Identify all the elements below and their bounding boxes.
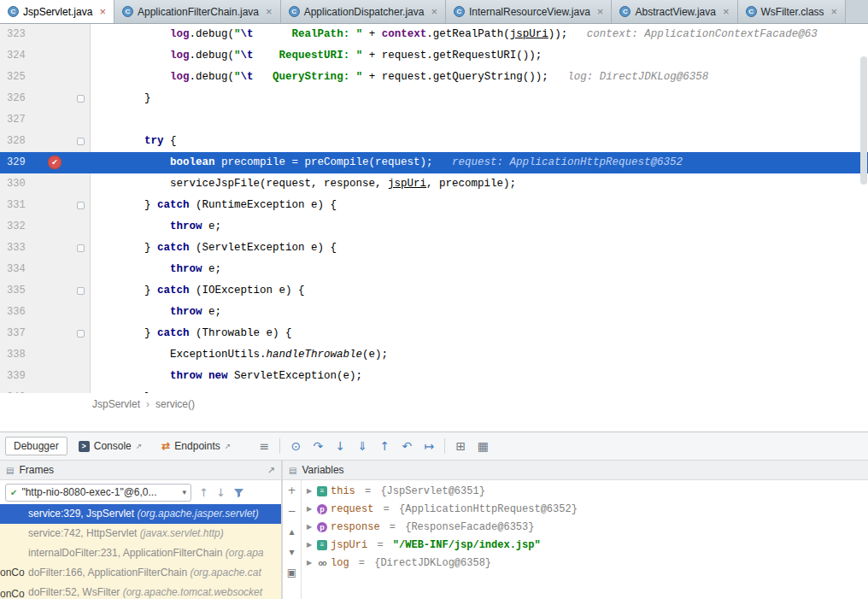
editor-gutter: 330 [0,173,91,195]
expand-arrow-icon[interactable]: ▶ [305,559,314,567]
breadcrumb-item-method[interactable]: service() [155,398,195,410]
close-tab-icon[interactable]: × [431,6,437,17]
editor-debug-splitter[interactable] [0,415,868,432]
fold-marker-icon[interactable] [77,202,85,209]
variable-row[interactable]: ▶presponse = {ResponseFacade@6353} [302,518,868,536]
line-number: 323 [7,24,26,45]
code-line[interactable]: 335 } catch (IOException e) { [0,280,868,302]
next-frame-icon[interactable]: ↓ [216,486,226,499]
java-class-icon: C [746,6,757,17]
stack-frame-row[interactable]: doFilter:166, ApplicationFilterChain (or… [0,563,281,583]
code-line[interactable]: 332 throw e; [0,216,868,238]
code-text: ExceptionUtils.handleThrowable(e); [91,344,868,366]
debug-tab-endpoints[interactable]: ⇄Endpoints↗ [153,437,239,455]
editor-gutter: 336 [0,302,91,323]
editor-tab[interactable]: CWsFilter.class× [738,0,847,23]
code-editor[interactable]: 323 log.debug("\t RealPath: " + context.… [0,24,868,393]
fold-marker-icon[interactable] [77,95,85,103]
close-tab-icon[interactable]: × [831,6,838,17]
code-line[interactable]: 327 [0,109,868,131]
editor-tab[interactable]: CJspServlet.java× [0,0,114,23]
debug-tab-console[interactable]: >Console↗ [70,437,151,455]
hide-library-frames-filter-icon[interactable] [233,487,244,498]
remove-watch-icon[interactable]: − [287,505,296,517]
layout-settings-icon[interactable]: ▦ [472,437,493,455]
code-line[interactable]: 326 } [0,88,868,109]
editor-tab[interactable]: CApplicationFilterChain.java× [114,0,281,23]
code-line[interactable]: 337 } catch (Throwable e) { [0,323,868,344]
variable-row[interactable]: ▶≡jspUri = "/WEB-INF/jsp/index.jsp" [302,536,868,554]
thread-row: ✔ "http-nio-8080-exec-1"@6,0... ▾ ↑ ↓ [0,480,281,504]
breakpoint-icon[interactable]: ✔ [48,156,62,169]
code-line[interactable]: 338 ExceptionUtils.handleThrowable(e); [0,344,868,366]
code-line[interactable]: 339 throw new ServletException(e); [0,366,868,387]
run-to-cursor-icon[interactable]: ↦ [419,437,439,455]
thread-selector[interactable]: ✔ "http-nio-8080-exec-1"@6,0... ▾ [5,484,191,502]
drop-frame-icon[interactable]: ↶ [396,437,417,455]
variable-row[interactable]: ▶oolog = {DirectJDKLog@6358} [302,554,868,572]
code-text: } [91,387,868,393]
force-step-into-icon[interactable]: ⇓ [352,437,372,455]
line-number: 332 [7,216,26,238]
previous-frame-icon[interactable]: ↑ [199,486,208,499]
fold-marker-icon[interactable] [77,138,85,145]
expand-arrow-icon[interactable]: ▶ [305,487,314,495]
variable-value: {ApplicationHttpRequest@6352} [399,503,578,515]
close-tab-icon[interactable]: × [99,6,106,17]
code-line[interactable]: 325 log.debug("\t QueryString: " + reque… [0,67,868,88]
add-watch-icon[interactable]: + [287,484,296,496]
stack-frame-row[interactable]: service:742, HttpServlet (javax.servlet.… [0,524,281,543]
breadcrumb-item-class[interactable]: JspServlet [92,398,140,410]
editor-tab[interactable]: CInternalResourceView.java× [446,0,612,23]
float-window-icon: ↗ [225,442,232,450]
expand-arrow-icon[interactable]: ▶ [305,523,314,531]
variable-row[interactable]: ▶≡this = {JspServlet@6351} [302,482,868,500]
stack-frame-row[interactable]: service:329, JspServlet (org.apache.jasp… [0,504,281,524]
show-execution-point-icon[interactable]: ⊙ [285,437,306,455]
code-line[interactable]: 324 log.debug("\t RequestURI: " + reques… [0,45,868,67]
code-line[interactable]: 333 } catch (ServletException e) { [0,238,868,259]
code-line[interactable]: 329✔ boolean precompile = preCompile(req… [0,152,868,173]
debug-tool-window: Debugger>Console↗⇄Endpoints↗ ≡⊙↷↓⇓↑↶↦⊞▦ … [0,432,868,599]
layout-menu-icon[interactable]: ≡ [254,437,274,455]
code-line[interactable]: 331 } catch (RuntimeException e) { [0,195,868,216]
editor-tab[interactable]: CApplicationDispatcher.java× [281,0,446,23]
line-number: 329 [7,152,26,173]
frame-location: service:329, JspServlet [28,508,137,520]
duplicate-watch-icon[interactable]: ▣ [287,567,296,578]
watch-icon: oo [317,558,327,568]
editor-tab[interactable]: CAbstractView.java× [612,0,737,23]
code-line[interactable]: 328 try { [0,131,868,152]
code-line[interactable]: 336 throw e; [0,302,868,323]
code-line[interactable]: 334 throw e; [0,259,868,280]
close-tab-icon[interactable]: × [723,6,730,17]
close-tab-icon[interactable]: × [266,6,273,17]
stack-frame-row[interactable]: internalDoFilter:231, ApplicationFilterC… [0,543,281,563]
frame-location: internalDoFilter:231, ApplicationFilterC… [28,547,226,559]
move-watch-up-icon[interactable]: ▴ [289,526,294,537]
editor-gutter: 339 [0,366,91,387]
expand-arrow-icon[interactable]: ▶ [305,541,314,549]
stack-frame-row[interactable]: doFilter:52, WsFilter (org.apache.tomcat… [0,583,281,599]
fold-marker-icon[interactable] [77,287,85,295]
code-line[interactable]: 323 log.debug("\t RealPath: " + context.… [0,24,868,45]
code-line[interactable]: 330 serviceJspFile(request, response, js… [0,173,868,195]
variable-row[interactable]: ▶prequest = {ApplicationHttpRequest@6352… [302,500,868,518]
editor-scrollbar[interactable] [859,24,868,393]
frames-float-icon[interactable]: ↗ [267,465,275,476]
close-tab-icon[interactable]: × [597,6,604,17]
fold-marker-icon[interactable] [77,330,85,338]
fold-marker-icon[interactable] [77,244,85,252]
code-line[interactable]: 340 } [0,387,868,393]
step-into-icon[interactable]: ↓ [330,437,350,455]
expand-arrow-icon[interactable]: ▶ [305,505,314,513]
editor-scrollbar-thumb[interactable] [860,56,867,185]
evaluate-expression-icon[interactable]: ⊞ [450,437,471,455]
editor-gutter: 323 [0,24,91,45]
debug-tab-debugger[interactable]: Debugger [5,437,67,455]
step-over-icon[interactable]: ↷ [308,437,328,455]
variable-value: "/WEB-INF/jsp/index.jsp" [393,539,541,551]
step-out-icon[interactable]: ↑ [374,437,395,455]
move-watch-down-icon[interactable]: ▾ [289,546,294,558]
code-lines: 323 log.debug("\t RealPath: " + context.… [0,24,868,393]
